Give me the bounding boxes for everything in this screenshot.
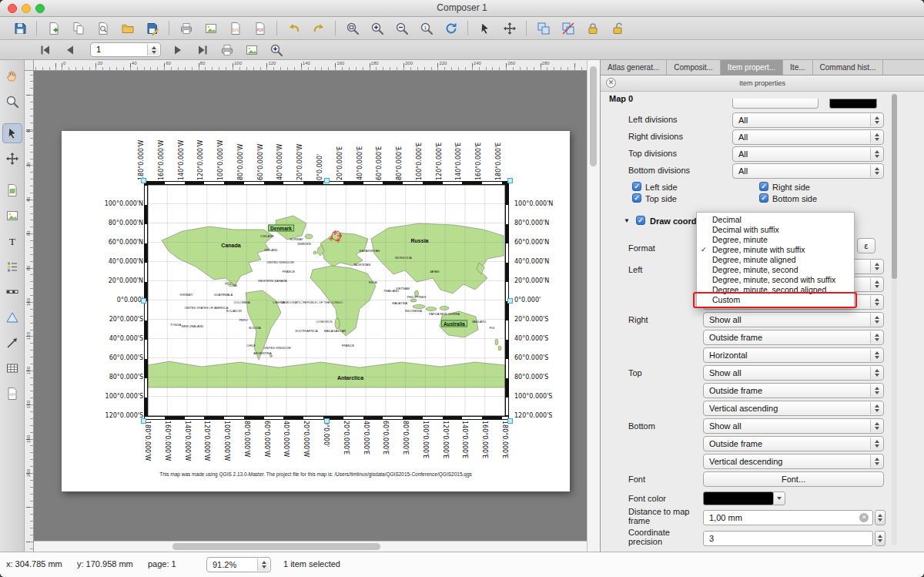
precision-stepper[interactable] (875, 531, 886, 546)
add-arrow-button[interactable] (2, 333, 22, 353)
atlas-next-feature-button[interactable] (167, 41, 188, 59)
ungroup-items-button[interactable] (557, 19, 578, 38)
top-frame-combo[interactable]: Outside frame (703, 383, 884, 398)
top-side-checkbox[interactable]: ✓ (632, 193, 641, 203)
add-html-frame-button[interactable]: </> (2, 384, 22, 404)
right-frame-combo[interactable]: Outside frame (703, 330, 884, 345)
zoom-tool-button[interactable] (2, 92, 22, 112)
refresh-view-button[interactable] (440, 19, 461, 38)
left-side-checkbox[interactable]: ✓ (632, 182, 641, 191)
atlas-feature-combo[interactable]: 1 (90, 42, 161, 57)
duplicate-composition-button[interactable] (68, 19, 89, 38)
top-divisions-combo[interactable]: All (732, 146, 884, 162)
manage-compositions-button[interactable] (92, 19, 113, 38)
atlas-settings-button[interactable] (266, 41, 286, 59)
bottom-direction-combo[interactable]: Vertical descending (703, 454, 884, 469)
export-as-svg-button[interactable]: SVG (225, 19, 246, 38)
menu-item-degree-minute-second[interactable]: Degree, minute, second (697, 265, 854, 275)
menu-item-decimal-with-suffix[interactable]: Decimal with suffix (697, 225, 854, 235)
selection-handle[interactable] (324, 418, 330, 424)
add-basic-shape-button[interactable] (2, 307, 22, 327)
tab-command-hist[interactable]: Command hist... (813, 60, 884, 75)
font-button[interactable]: Font... (703, 471, 884, 487)
print-atlas-button[interactable] (216, 41, 237, 59)
top-direction-combo[interactable]: Vertical ascending (703, 401, 884, 416)
menu-item-degree-minute-second-with-suffix[interactable]: Degree, minute, second with suffix (697, 275, 854, 285)
top-display-combo[interactable]: Show all (703, 365, 884, 381)
right-side-checkbox[interactable]: ✓ (759, 182, 768, 191)
menu-item-degree-minute-aligned[interactable]: Degree, minute aligned (697, 255, 854, 265)
zoom-out-button[interactable] (391, 19, 412, 38)
atlas-previous-feature-button[interactable] (59, 41, 80, 59)
menu-item-degree-minute-with-suffix[interactable]: ✓Degree, minute with suffix (697, 245, 854, 255)
bottom-display-combo[interactable]: Show all (703, 418, 884, 434)
add-new-label-button[interactable]: T (2, 231, 22, 251)
left-divisions-combo[interactable]: All (732, 112, 884, 128)
clipped-combo[interactable] (732, 99, 819, 109)
expression-button[interactable]: ε (857, 238, 875, 253)
select-move-item-tool-button[interactable] (2, 123, 22, 143)
selection-handle[interactable] (507, 418, 513, 424)
close-window-button[interactable] (8, 4, 17, 13)
canvas-vertical-scrollbar[interactable] (587, 60, 600, 552)
font-color-swatch[interactable] (703, 491, 774, 505)
zoom-in-button[interactable] (367, 19, 387, 38)
save-composition-button[interactable] (9, 19, 30, 38)
unlock-all-items-button[interactable] (607, 19, 628, 38)
zoom-level-combo[interactable]: 91.2% (206, 557, 271, 572)
distance-to-map-frame-field[interactable]: 1,00 mm (703, 510, 873, 525)
add-new-scalebar-button[interactable] (2, 282, 22, 302)
minimize-window-button[interactable] (22, 4, 31, 13)
selection-handle[interactable] (507, 178, 513, 183)
tab-atlas-generat[interactable]: Atlas generat... (601, 60, 667, 75)
zoom-actual-button[interactable]: 1 (416, 19, 437, 38)
print-composition-button[interactable] (176, 19, 196, 38)
selection-handle[interactable] (141, 418, 146, 424)
close-panel-icon[interactable]: ✕ (606, 78, 616, 88)
selection-handle[interactable] (141, 178, 146, 183)
add-new-map-button[interactable] (2, 180, 22, 200)
menu-item-decimal[interactable]: Decimal (697, 215, 854, 225)
undo-button[interactable] (283, 19, 304, 38)
right-display-combo[interactable]: Show all (703, 312, 884, 327)
composition-canvas[interactable]: CanadaDenmarkRussiaAustraliaAntarcticaIC… (34, 71, 587, 541)
pan-tool-button[interactable] (2, 66, 22, 86)
coordinate-precision-field[interactable]: 3 (703, 531, 873, 546)
export-as-pdf-button[interactable]: PDF (249, 19, 270, 38)
zoom-full-button[interactable] (342, 19, 363, 38)
load-from-template-button[interactable] (117, 19, 138, 38)
atlas-last-feature-button[interactable] (192, 41, 213, 59)
add-new-legend-button[interactable] (2, 257, 22, 277)
zoom-window-button[interactable] (35, 4, 45, 13)
add-attribute-table-button[interactable] (2, 358, 22, 378)
right-direction-combo[interactable]: Horizontal (703, 347, 884, 363)
tab-composit[interactable]: Composit... (667, 60, 721, 75)
selection-handle[interactable] (324, 178, 330, 183)
font-color-dropdown-icon[interactable] (773, 491, 785, 505)
move-item-content-tool-button[interactable] (2, 149, 22, 169)
export-atlas-as-image-button[interactable] (241, 41, 262, 59)
canvas-horizontal-scrollbar[interactable] (34, 541, 587, 552)
selection-handle[interactable] (507, 298, 513, 304)
right-divisions-combo[interactable]: All (732, 129, 884, 145)
lock-selected-items-button[interactable] (582, 19, 603, 38)
export-as-image-button[interactable] (200, 19, 221, 38)
tab-ite[interactable]: Ite... (783, 60, 812, 75)
menu-item-degree-minute[interactable]: Degree, minute (697, 235, 854, 245)
new-composition-button[interactable] (43, 19, 64, 38)
save-as-template-button[interactable] (142, 19, 162, 38)
move-item-content-button[interactable] (499, 19, 520, 38)
bottom-divisions-combo[interactable]: All (732, 163, 884, 179)
bottom-frame-combo[interactable]: Outside frame (703, 436, 884, 451)
clipped-color-swatch[interactable] (829, 99, 877, 109)
tab-item-propert[interactable]: Item propert... (721, 60, 783, 75)
disclosure-triangle-icon[interactable]: ▼ (624, 217, 630, 224)
clear-field-icon[interactable]: ✕ (859, 513, 869, 522)
atlas-first-feature-button[interactable] (35, 41, 55, 59)
select-move-item-button[interactable] (474, 19, 495, 38)
draw-coordinates-checkbox[interactable]: ✓ (636, 216, 645, 225)
redo-button[interactable] (308, 19, 329, 38)
add-image-tool-button[interactable] (2, 206, 22, 226)
map-item[interactable]: CanadaDenmarkRussiaAustraliaAntarcticaIC… (148, 185, 505, 416)
bottom-side-checkbox[interactable]: ✓ (759, 193, 768, 203)
